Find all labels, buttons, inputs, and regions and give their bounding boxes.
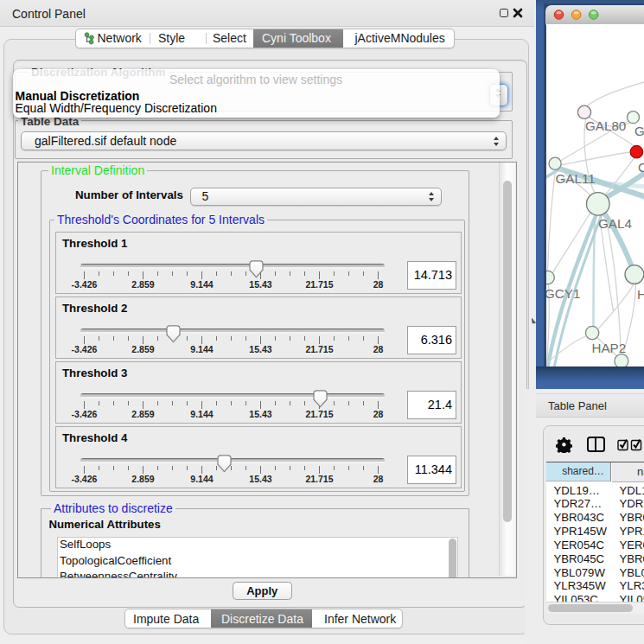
svg-text:GCY1: GCY1 [546, 286, 580, 301]
svg-text:GAL11: GAL11 [555, 171, 595, 186]
svg-text:GAL80: GAL80 [585, 118, 626, 133]
svg-text:GAL4: GAL4 [598, 216, 632, 231]
svg-text:C: C [638, 160, 644, 175]
svg-text:GA: GA [634, 124, 644, 138]
svg-text:H: H [637, 287, 644, 302]
svg-text:HAP2: HAP2 [591, 341, 626, 355]
